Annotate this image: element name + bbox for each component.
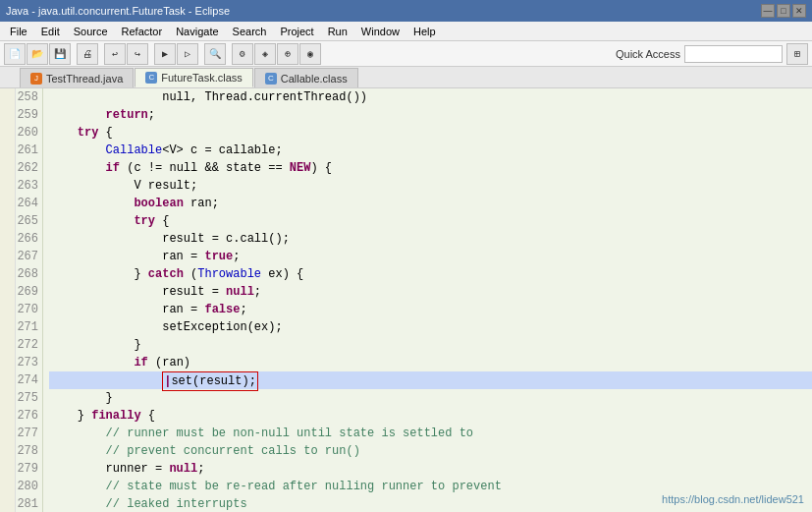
toolbar-b2[interactable]: ◈ [254,43,276,65]
toolbar-b3[interactable]: ⊕ [277,43,298,65]
code-line-273: if (ran) [49,354,812,371]
menu-source[interactable]: Source [68,25,114,38]
code-line-275: } [49,389,812,407]
quick-access-label: Quick Access [616,48,680,60]
menu-project[interactable]: Project [274,25,319,38]
toolbar-search[interactable]: 🔍 [204,43,226,65]
code-line-261: Callable<V> c = callable; [49,142,812,159]
menu-run[interactable]: Run [322,25,353,38]
menu-window[interactable]: Window [355,25,406,38]
line-numbers: 258 259 260 261 262 263 264 265 266 267 … [16,88,43,512]
code-line-268: } catch (Throwable ex) { [49,265,812,283]
tab-icon-callable: C [265,73,277,85]
code-line-266: result = c.call(); [49,230,812,248]
code-line-265: try { [49,212,812,230]
menu-help[interactable]: Help [407,25,442,38]
code-line-269: result = null; [49,283,812,301]
code-line-263: V result; [49,177,812,195]
menu-navigate[interactable]: Navigate [170,25,224,38]
code-area[interactable]: null, Thread.currentThread()) return; tr… [43,88,812,512]
code-line-276: } finally { [49,407,812,425]
tab-label-futuretask: FutureTask.class [161,72,243,84]
code-line-262: if (c != null && state == NEW) { [49,159,812,177]
tab-callable[interactable]: C Callable.class [254,68,358,87]
code-line-267: ran = true; [49,248,812,265]
menu-search[interactable]: Search [227,25,273,38]
tab-icon-testthread: J [30,73,42,85]
toolbar-print[interactable]: 🖨 [77,43,98,65]
code-line-270: ran = false; [49,301,812,318]
window-controls[interactable]: — □ ✕ [761,4,806,18]
toolbar-save[interactable]: 💾 [49,43,71,65]
code-line-274: |set(result); [49,371,812,389]
toolbar-new[interactable]: 📄 [4,43,26,65]
menu-bar: File Edit Source Refactor Navigate Searc… [0,22,812,41]
left-ruler [0,88,16,512]
menu-edit[interactable]: Edit [35,25,66,38]
code-line-259: return; [49,106,812,124]
toolbar-run[interactable]: ▷ [177,43,198,65]
tabs-bar: J TestThread.java C FutureTask.class C C… [0,67,812,88]
code-line-279: runner = null; [49,460,812,478]
toolbar-perspective[interactable]: ⊞ [786,43,808,65]
toolbar-open[interactable]: 📂 [27,43,48,65]
watermark: https://blog.csdn.net/lidew521 [662,490,804,508]
window-title: Java - java.util.concurrent.FutureTask -… [6,5,761,17]
maximize-button[interactable]: □ [777,4,790,18]
tab-testthread[interactable]: J TestThread.java [20,68,134,87]
tab-futuretask[interactable]: C FutureTask.class [135,68,253,87]
tab-icon-futuretask: C [145,72,157,84]
toolbar-right: Quick Access ⊞ [616,43,808,65]
close-button[interactable]: ✕ [792,4,806,18]
code-line-277: // runner must be non-null until state i… [49,425,812,442]
toolbar-redo[interactable]: ↪ [127,43,148,65]
toolbar-undo[interactable]: ↩ [104,43,126,65]
code-line-258: null, Thread.currentThread()) [49,88,812,106]
minimize-button[interactable]: — [761,4,775,18]
code-line-278: // prevent concurrent calls to run() [49,442,812,460]
code-line-260: try { [49,124,812,142]
set-result-box: |set(result); [162,371,258,391]
menu-file[interactable]: File [4,25,33,38]
quick-access-input[interactable] [684,45,783,63]
editor-container: 258 259 260 261 262 263 264 265 266 267 … [0,88,812,512]
toolbar: 📄 📂 💾 🖨 ↩ ↪ ▶ ▷ 🔍 ⚙ ◈ ⊕ ◉ Quick Access ⊞ [0,41,812,67]
title-bar: Java - java.util.concurrent.FutureTask -… [0,0,812,22]
toolbar-debug[interactable]: ▶ [154,43,176,65]
menu-refactor[interactable]: Refactor [116,25,169,38]
toolbar-b4[interactable]: ◉ [299,43,321,65]
tab-label-callable: Callable.class [281,73,348,85]
code-line-264: boolean ran; [49,195,812,212]
code-line-272: } [49,336,812,354]
toolbar-b1[interactable]: ⚙ [232,43,253,65]
tab-label-testthread: TestThread.java [46,73,123,85]
code-line-271: setException(ex); [49,318,812,336]
